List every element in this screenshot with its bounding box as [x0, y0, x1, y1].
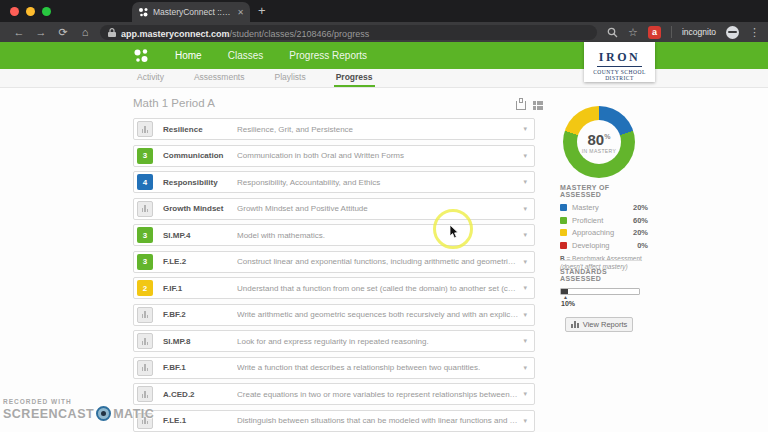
page-title: Math 1 Period A [133, 97, 215, 109]
tab-progress[interactable]: Progress [334, 69, 375, 87]
standard-row-fle2[interactable]: 3 F.LE.2 Construct linear and exponentia… [133, 251, 535, 273]
bar-chart-badge-icon [137, 121, 153, 137]
proficient-swatch [560, 217, 567, 224]
legend-item-mastery: Mastery 20% [560, 203, 648, 212]
browser-menu-icon[interactable]: ⋮ [749, 26, 760, 39]
report-chart-icon [571, 321, 579, 328]
mastery-legend: MASTERY OF ASSESSED Mastery 20% Proficie… [560, 184, 648, 271]
browser-toolbar: ← → ⟳ ⌂ app.masteryconnect.com/student/c… [0, 22, 768, 42]
chevron-down-icon[interactable]: ▾ [523, 364, 527, 372]
window-close-button[interactable] [10, 7, 19, 16]
address-bar[interactable]: app.masteryconnect.com/student/classes/2… [100, 25, 597, 40]
browser-tab-strip: MasteryConnect :: student_po ✕ + [0, 0, 768, 22]
toolbar-divider [671, 26, 672, 38]
district-name: IRON [597, 50, 642, 67]
mastery-swatch [560, 204, 567, 211]
score-badge: 3 [137, 227, 153, 243]
standard-row-simp4[interactable]: 3 SI.MP.4 Model with mathematics. ▾ [133, 224, 535, 246]
view-reports-button[interactable]: View Reports [565, 317, 633, 332]
score-badge: 3 [137, 148, 153, 164]
standards-assessed-percent: 10% [561, 300, 642, 307]
nav-home[interactable]: Home [175, 50, 202, 61]
standard-row-fif1[interactable]: 2 F.IF.1 Understand that a function from… [133, 277, 535, 299]
incognito-label: incognito [682, 27, 716, 37]
bar-chart-badge-icon [137, 360, 153, 376]
legend-item-approaching: Approaching 20% [560, 228, 648, 237]
standard-row-simp8[interactable]: SI.MP.8 Look for and express regularity … [133, 330, 535, 352]
tab-activity[interactable]: Activity [135, 69, 166, 87]
mastery-percent: 80% [588, 130, 611, 147]
approaching-swatch [560, 229, 567, 236]
url-domain: app.masteryconnect.com [121, 29, 230, 39]
standard-row-fbf1[interactable]: F.BF.1 Write a function that describes a… [133, 357, 535, 379]
chevron-down-icon[interactable]: ▾ [523, 231, 527, 239]
print-icon[interactable] [516, 101, 526, 110]
bar-chart-badge-icon [137, 333, 153, 349]
mastery-donut: 80% IN MASTERY [563, 106, 635, 178]
new-tab-button[interactable]: + [258, 3, 266, 18]
forward-icon[interactable]: → [30, 26, 52, 38]
tab-title: MasteryConnect :: student_po [153, 7, 232, 17]
tab-playlists[interactable]: Playlists [272, 69, 307, 87]
chevron-down-icon[interactable]: ▾ [523, 152, 527, 160]
chevron-down-icon[interactable]: ▾ [523, 311, 527, 319]
chevron-down-icon[interactable]: ▾ [523, 205, 527, 213]
tab-close-icon[interactable]: ✕ [237, 8, 244, 17]
bar-chart-badge-icon [137, 201, 153, 217]
standard-row-resilience[interactable]: Resilience Resilience, Grit, and Persist… [133, 118, 535, 140]
standard-row-fle1[interactable]: F.LE.1 Distinguish between situations th… [133, 410, 535, 432]
chevron-down-icon[interactable]: ▾ [523, 417, 527, 425]
masteryconnect-logo-icon[interactable] [133, 48, 149, 64]
score-badge: 2 [137, 280, 153, 296]
mastery-donut-label: IN MASTERY [582, 148, 616, 154]
standard-row-communication[interactable]: 3 Communication Communication in both Or… [133, 145, 535, 167]
url-path: /student/classes/2108466/progress [230, 29, 370, 39]
legend-item-developing: Developing 0% [560, 241, 648, 250]
grid-view-icon[interactable] [533, 101, 543, 110]
score-badge: 4 [137, 174, 153, 190]
standard-row-fbf2[interactable]: F.BF.2 Write arithmetic and geometric se… [133, 304, 535, 326]
score-badge: 3 [137, 254, 153, 270]
district-logo: IRON COUNTY SCHOOL DISTRICT [584, 42, 655, 82]
legend-title: MASTERY OF ASSESSED [560, 184, 648, 198]
chevron-down-icon[interactable]: ▾ [523, 284, 527, 292]
screencast-watermark: RECORDED WITH SCREENCAST MATIC [3, 398, 154, 421]
chevron-down-icon[interactable]: ▾ [523, 337, 527, 345]
developing-swatch [560, 242, 567, 249]
chevron-down-icon[interactable]: ▾ [523, 390, 527, 398]
legend-item-proficient: Proficient 60% [560, 216, 648, 225]
standards-list: Resilience Resilience, Grit, and Persist… [133, 118, 535, 432]
chevron-down-icon[interactable]: ▾ [523, 178, 527, 186]
lock-icon [108, 28, 116, 37]
standards-assessed: STANDARDS ASSESSED ▲ 10% [560, 268, 642, 307]
mouse-cursor [449, 225, 460, 239]
browser-tab[interactable]: MasteryConnect :: student_po ✕ [132, 2, 250, 22]
window-minimize-button[interactable] [26, 7, 35, 16]
nav-classes[interactable]: Classes [228, 50, 264, 61]
home-icon[interactable]: ⌂ [74, 26, 96, 38]
standard-row-growth-mindset[interactable]: Growth Mindset Growth Mindset and Positi… [133, 198, 535, 220]
screencast-o-matic-logo-icon [96, 406, 111, 421]
extension-icon[interactable]: a [648, 26, 661, 39]
window-zoom-button[interactable] [42, 7, 51, 16]
reload-icon[interactable]: ⟳ [52, 26, 74, 39]
standards-assessed-title: STANDARDS ASSESSED [560, 268, 642, 282]
incognito-icon [726, 26, 739, 39]
standard-row-aced2[interactable]: A.CED.2 Create equations in two or more … [133, 383, 535, 405]
standard-row-responsibility[interactable]: 4 Responsibility Responsibility, Account… [133, 171, 535, 193]
chevron-down-icon[interactable]: ▾ [523, 125, 527, 133]
bookmark-star-icon[interactable]: ☆ [628, 26, 638, 39]
sidebar-divider [560, 260, 640, 261]
nav-progress-reports[interactable]: Progress Reports [289, 50, 367, 61]
back-icon[interactable]: ← [8, 26, 30, 38]
bar-chart-badge-icon [137, 307, 153, 323]
tab-assessments[interactable]: Assessments [192, 69, 247, 87]
standards-progress-bar [560, 288, 640, 295]
search-icon[interactable] [607, 27, 618, 38]
chevron-down-icon[interactable]: ▾ [523, 258, 527, 266]
masteryconnect-favicon [138, 7, 148, 17]
